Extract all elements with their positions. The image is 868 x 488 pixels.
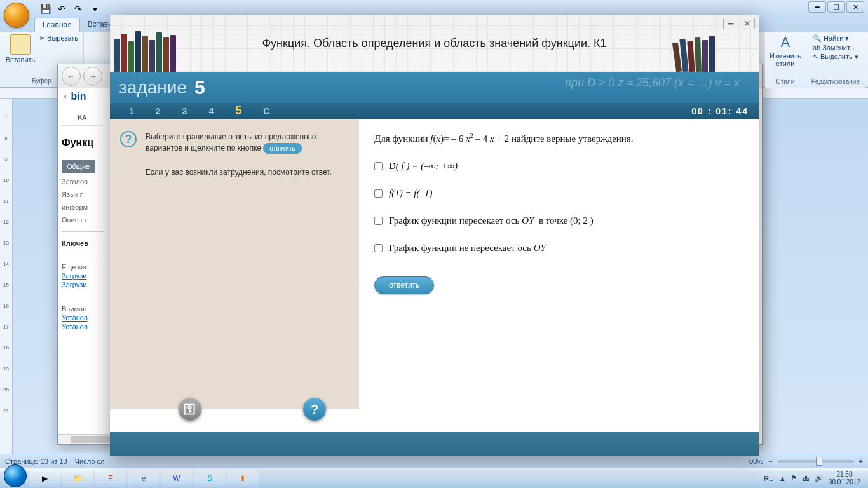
zoom-in-button[interactable]: +: [859, 458, 863, 465]
tray-network-icon[interactable]: 🖧: [803, 475, 810, 482]
key-button[interactable]: ⚿: [179, 398, 201, 421]
cut-button[interactable]: ✂ Вырезать: [39, 34, 78, 43]
option-3[interactable]: График функции пересекает ось OY в точке…: [374, 215, 743, 226]
taskbar-powerpoint[interactable]: P: [95, 470, 126, 487]
quiz-minimize-button[interactable]: ━: [723, 18, 738, 29]
zoom-out-button[interactable]: −: [768, 458, 772, 465]
option-3-checkbox[interactable]: [374, 217, 383, 225]
help-icon: ?: [120, 131, 137, 147]
taskbar-mediaplayer[interactable]: ▶: [29, 470, 60, 487]
task-number: 5: [194, 77, 205, 98]
group-editing: 🔍 Найти ▾ ab Заменить ↖ Выделить ▾ Редак…: [806, 32, 865, 88]
footer-buttons: ⚿ ?: [179, 398, 759, 421]
option-2[interactable]: f(1) = f(–1): [374, 188, 743, 199]
tray-volume-icon[interactable]: 🔊: [815, 474, 824, 482]
taskbar-ie[interactable]: e: [128, 470, 159, 487]
find-button[interactable]: 🔍 Найти ▾: [813, 34, 858, 43]
label-lang: Язык п: [62, 191, 103, 198]
books-decoration-right: [674, 26, 756, 72]
quick-access-toolbar: 💾 ↶ ↷ ▾: [38, 2, 102, 16]
label-warning: Вниман: [62, 305, 103, 313]
group-clipboard-label: Буфер: [32, 78, 51, 85]
forward-button[interactable]: →: [83, 67, 102, 86]
status-words: Число сл: [75, 458, 105, 465]
quiz-footer: [110, 432, 759, 456]
taskbar-word[interactable]: W: [161, 470, 193, 487]
taskbar-explorer[interactable]: 📁: [62, 470, 93, 487]
quiz-title: Функция. Область определения и область з…: [262, 37, 606, 50]
tray-flag-icon[interactable]: ⚑: [791, 474, 797, 482]
nav-step-c[interactable]: С: [263, 106, 269, 116]
group-editing-label: Редактирование: [811, 78, 860, 85]
label-info: информ: [62, 203, 103, 211]
hint-button[interactable]: ?: [303, 398, 326, 421]
books-decoration-left: [114, 26, 196, 72]
link-download-2[interactable]: Загрузи: [62, 281, 103, 288]
paste-button[interactable]: Вставить: [5, 34, 36, 64]
vertical-ruler: 78910111213 1415161718192021: [0, 99, 13, 454]
ribbon-right: A Изменить стили Стили 🔍 Найти ▾ ab Заме…: [765, 32, 865, 88]
nav-step-1[interactable]: 1: [129, 106, 134, 116]
clock[interactable]: 21:50 30.01.2012: [829, 471, 860, 486]
clock-date: 30.01.2012: [829, 478, 860, 486]
zoom-slider[interactable]: [778, 460, 854, 463]
task-nav: 1 2 3 4 5 С 00 : 01: 44: [110, 103, 759, 119]
bing-logo: bin: [71, 91, 86, 102]
answer-button[interactable]: ответить: [374, 276, 434, 294]
tab-home[interactable]: Главная: [34, 18, 80, 32]
instruction-2: Если у вас возникли затруднения, посмотр…: [146, 166, 349, 178]
change-styles-label: Изменить стили: [770, 52, 801, 67]
status-page: Страница: 13 из 13: [5, 458, 67, 465]
maximize-button[interactable]: ☐: [827, 1, 845, 13]
status-zoom-value: 00%: [749, 458, 763, 465]
link-download-1[interactable]: Загрузи: [62, 272, 103, 280]
label-desc: Описан: [62, 216, 103, 224]
quiz-window: Функция. Область определения и область з…: [110, 15, 759, 456]
group-styles-label: Стили: [776, 78, 794, 85]
start-button[interactable]: [3, 470, 28, 487]
redo-icon[interactable]: ↷: [71, 2, 85, 16]
save-icon[interactable]: 💾: [38, 2, 52, 16]
back-button[interactable]: ←: [62, 67, 81, 86]
nav-step-3[interactable]: 3: [182, 106, 187, 116]
timer: 00 : 01: 44: [691, 106, 749, 116]
question-text: Для функции f(x)= – 6 x2 – 4 x + 2 найди…: [374, 132, 743, 144]
close-tab-icon[interactable]: ×: [63, 93, 67, 100]
input-language[interactable]: RU: [764, 475, 774, 482]
question-panel: Для функции f(x)= – 6 x2 – 4 x + 2 найди…: [359, 119, 759, 409]
office-button[interactable]: [4, 3, 29, 28]
undo-icon[interactable]: ↶: [55, 2, 69, 16]
option-2-checkbox[interactable]: [374, 189, 383, 198]
quiz-window-controls: ━ ✕: [723, 18, 755, 29]
replace-button[interactable]: ab Заменить: [813, 44, 858, 51]
link-install-1[interactable]: Установ: [62, 314, 103, 322]
paste-icon: [10, 34, 31, 55]
select-button[interactable]: ↖ Выделить ▾: [813, 53, 858, 61]
link-install-2[interactable]: Установ: [62, 323, 103, 330]
option-4-checkbox[interactable]: [374, 244, 383, 252]
close-button[interactable]: ✕: [846, 1, 864, 13]
zoom-thumb[interactable]: [816, 457, 822, 466]
quiz-close-button[interactable]: ✕: [740, 18, 755, 29]
catalog-tab[interactable]: КА: [62, 109, 103, 126]
qat-dropdown-icon[interactable]: ▾: [88, 2, 102, 16]
option-1-checkbox[interactable]: [374, 162, 383, 170]
group-styles: A Изменить стили Стили: [765, 32, 806, 88]
styles-icon: A: [780, 34, 790, 51]
task-label: задание: [119, 78, 187, 98]
minimize-button[interactable]: ━: [808, 1, 826, 13]
search-page: КА Функц Общие Заголов Язык п информ Опи…: [58, 105, 107, 444]
taskbar-app[interactable]: ⬆: [227, 470, 259, 487]
tab-general[interactable]: Общие: [62, 160, 95, 173]
clock-time: 21:50: [836, 471, 852, 478]
tray-up-icon[interactable]: ▲: [779, 475, 786, 482]
nav-step-5[interactable]: 5: [235, 104, 241, 118]
option-4[interactable]: График функции не пересекает ось OY: [374, 243, 743, 254]
taskbar-skype[interactable]: S: [194, 470, 226, 487]
option-1[interactable]: D( f ) = (–∞; +∞): [374, 161, 743, 172]
answer-pill: ответить: [263, 143, 301, 154]
nav-step-2[interactable]: 2: [156, 106, 161, 116]
quiz-header: Функция. Область определения и область з…: [110, 15, 759, 72]
nav-step-4[interactable]: 4: [208, 106, 214, 116]
change-styles-button[interactable]: A Изменить стили: [770, 34, 801, 67]
